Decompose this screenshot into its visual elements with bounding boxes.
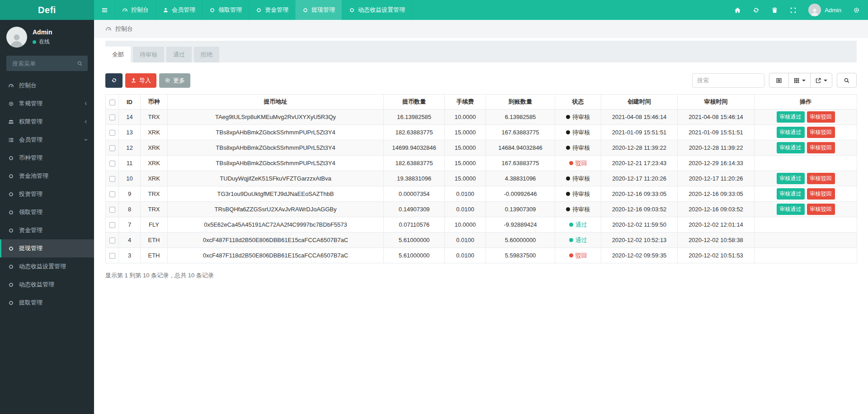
sidebar-toggle-button[interactable] (94, 0, 115, 20)
top-nav-item[interactable]: 会员管理 (156, 0, 202, 20)
cell-address: TBs8xpAHbBmkZGbckSSrhmmPUPrL5Zt3Y4 (168, 140, 384, 156)
reject-button[interactable]: 审核驳回 (807, 173, 835, 184)
reject-button[interactable]: 审核驳回 (807, 127, 835, 138)
status-tab[interactable]: 通过 (166, 47, 192, 62)
gears-icon[interactable] (853, 7, 860, 14)
sidebar-search-input[interactable] (11, 60, 77, 67)
row-checkbox[interactable] (109, 191, 115, 197)
refresh-button[interactable] (105, 73, 123, 88)
column-header[interactable]: 手续费 (445, 95, 486, 109)
import-button[interactable]: 导入 (125, 73, 156, 88)
column-header[interactable]: 到账数量 (486, 95, 555, 109)
top-navbar: Defi 控制台 会员管理 领取管理 资金管理 提现管理 动态收益设置管理 Ad… (0, 0, 868, 20)
refresh-icon[interactable] (753, 7, 760, 14)
table-row: 4 ETH 0xcF487F118d2B50E806DBB61E15caFCCA… (106, 233, 857, 248)
cell-amount: 182.63883775 (384, 156, 445, 171)
top-nav-item[interactable]: 资金管理 (249, 0, 295, 20)
row-checkbox[interactable] (109, 114, 115, 120)
status-tab[interactable]: 拒绝 (194, 47, 219, 62)
upload-icon (131, 77, 137, 83)
cell-coin: XRK (141, 156, 168, 171)
cell-audited: 2020-12-16 09:03:52 (678, 202, 755, 217)
sidebar-item[interactable]: 权限管理 (0, 113, 94, 131)
cell-created: 2020-12-21 17:23:43 (601, 156, 678, 171)
row-checkbox[interactable] (109, 176, 115, 182)
breadcrumb-label[interactable]: 控制台 (115, 25, 133, 33)
sidebar-item[interactable]: 领取管理 (0, 203, 94, 221)
cell-fee: 10.0000 (445, 109, 486, 125)
sidebar-username: Admin (33, 29, 52, 36)
export-button[interactable] (810, 73, 832, 88)
approve-button[interactable]: 审核通过 (777, 188, 805, 200)
export-icon (815, 77, 821, 84)
cell-fee: 15.0000 (445, 140, 486, 156)
sidebar-item[interactable]: 币种管理 (0, 149, 94, 167)
row-checkbox[interactable] (109, 207, 115, 213)
column-header[interactable]: 审核时间 (678, 95, 755, 109)
columns-button[interactable] (788, 73, 811, 88)
table-search-input[interactable] (692, 73, 764, 88)
top-nav-item[interactable]: 控制台 (115, 0, 156, 20)
sidebar-item[interactable]: 投资管理 (0, 185, 94, 203)
row-checkbox[interactable] (109, 130, 115, 136)
approve-button[interactable]: 审核通过 (777, 111, 805, 123)
column-header[interactable]: ID (119, 95, 141, 109)
sidebar-item[interactable]: 常规管理 (0, 95, 94, 113)
top-nav-item[interactable]: 领取管理 (202, 0, 249, 20)
sidebar-item[interactable]: 会员管理 (0, 131, 94, 149)
app-logo[interactable]: Defi (0, 0, 94, 20)
row-checkbox[interactable] (109, 145, 115, 151)
column-header[interactable]: 操作 (755, 95, 857, 109)
approve-button[interactable]: 审核通过 (777, 127, 805, 138)
row-actions: 审核通过 审核驳回 (756, 142, 855, 153)
trash-icon[interactable] (771, 7, 778, 14)
approve-button[interactable]: 审核通过 (777, 173, 805, 184)
online-dot-icon (33, 40, 36, 44)
sidebar-item[interactable]: 资金管理 (0, 221, 94, 239)
reject-button[interactable]: 审核驳回 (807, 111, 835, 123)
column-header[interactable]: 币种 (141, 95, 168, 109)
paging-toggle-button[interactable] (769, 73, 789, 88)
cell-address: TRsBQHfa6ZZGSsrU2XAvJvRAWrDJoAGGBy (168, 202, 384, 217)
reject-button[interactable]: 审核驳回 (807, 188, 835, 200)
cell-id: 9 (119, 186, 141, 202)
cell-audited: 2020-12-17 11:20:26 (678, 171, 755, 186)
status-dot-icon (566, 176, 570, 181)
home-icon[interactable] (734, 7, 741, 14)
approve-button[interactable]: 审核通过 (777, 204, 805, 215)
top-nav-item[interactable]: 提现管理 (295, 0, 342, 20)
row-checkbox[interactable] (109, 222, 115, 228)
column-header[interactable]: 提币地址 (168, 95, 384, 109)
row-checkbox[interactable] (109, 238, 115, 243)
top-nav-item[interactable]: 动态收益设置管理 (342, 0, 412, 20)
row-checkbox[interactable] (109, 161, 115, 167)
sidebar-item[interactable]: 控制台 (0, 76, 94, 95)
cell-amount: 0.00007354 (384, 186, 445, 202)
sidebar-item[interactable]: 提现管理 (0, 239, 94, 257)
column-header[interactable]: 状态 (555, 95, 601, 109)
status-tab[interactable]: 待审核 (133, 47, 164, 62)
search-icon[interactable] (77, 61, 83, 67)
select-all-checkbox[interactable] (109, 100, 115, 105)
row-actions: 审核通过 审核驳回 (756, 111, 855, 123)
status-badge: 待审核 (566, 128, 590, 137)
search-button[interactable] (837, 73, 857, 88)
sidebar-item[interactable]: 提取管理 (0, 294, 94, 312)
column-header[interactable]: 创建时间 (601, 95, 678, 109)
sidebar-item[interactable]: 资金池管理 (0, 167, 94, 185)
cell-address: TG3r1ou9DuUktgfMETJ9dJNaEEoSAZThbB (168, 186, 384, 202)
row-checkbox[interactable] (109, 253, 115, 259)
navbar-user-menu[interactable]: Admin (808, 4, 841, 16)
tab-strip: 全部待审核通过拒绝 (105, 41, 857, 62)
sidebar-item[interactable]: 动态收益管理 (0, 276, 94, 294)
dashboard-icon (7, 83, 14, 89)
approve-button[interactable]: 审核通过 (777, 142, 805, 153)
status-tab[interactable]: 全部 (105, 47, 131, 62)
column-header[interactable]: 提币数量 (384, 95, 445, 109)
reject-button[interactable]: 审核驳回 (807, 142, 835, 153)
reject-button[interactable]: 审核驳回 (807, 204, 835, 215)
sidebar-item[interactable]: 动态收益设置管理 (0, 257, 94, 276)
more-button[interactable]: 更多 (159, 73, 190, 88)
expand-icon[interactable] (790, 7, 797, 14)
cell-created: 2020-12-17 11:20:26 (601, 171, 678, 186)
